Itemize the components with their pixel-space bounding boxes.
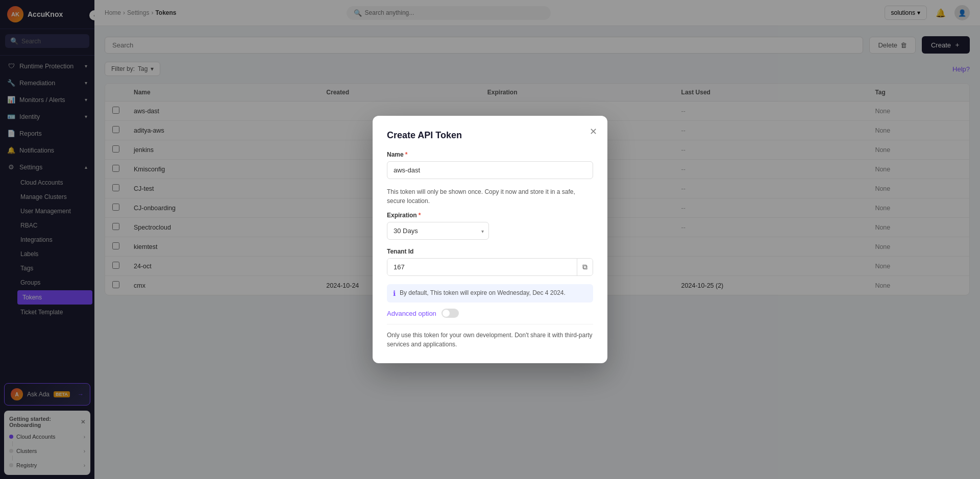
advanced-option-toggle[interactable] bbox=[442, 309, 459, 318]
tenant-id-input[interactable] bbox=[387, 259, 577, 275]
modal-title: Create API Token bbox=[387, 130, 593, 141]
info-icon: ℹ bbox=[393, 289, 396, 297]
token-name-input[interactable] bbox=[387, 161, 593, 179]
tenant-id-label: Tenant Id bbox=[387, 248, 593, 255]
expire-info-box: ℹ By default, This token will expire on … bbox=[387, 284, 593, 302]
required-asterisk: * bbox=[405, 151, 408, 158]
token-info-text: This token will only be shown once. Copy… bbox=[387, 187, 593, 206]
modal-overlay[interactable]: ✕ Create API Token Name * This token wil… bbox=[0, 0, 980, 479]
modal-close-button[interactable]: ✕ bbox=[590, 126, 597, 137]
name-form-group: Name * bbox=[387, 151, 593, 179]
name-label: Name * bbox=[387, 151, 593, 158]
expiration-select-wrapper: 30 Days 60 Days 90 Days Never ▾ bbox=[387, 222, 489, 240]
advanced-option-label[interactable]: Advanced option bbox=[387, 310, 436, 317]
expiration-label: Expiration * bbox=[387, 212, 593, 219]
expire-info-text: By default, This token will expire on We… bbox=[400, 289, 566, 296]
tenant-id-form-group: Tenant Id ⧉ bbox=[387, 248, 593, 276]
expiration-select[interactable]: 30 Days 60 Days 90 Days Never bbox=[387, 222, 489, 240]
advanced-option-row: Advanced option bbox=[387, 309, 593, 318]
create-api-token-modal: ✕ Create API Token Name * This token wil… bbox=[373, 116, 607, 363]
copy-button[interactable]: ⧉ bbox=[577, 259, 593, 275]
warning-text: Only use this token for your own develop… bbox=[387, 324, 593, 349]
expiration-form-group: Expiration * 30 Days 60 Days 90 Days Nev… bbox=[387, 212, 593, 240]
required-asterisk: * bbox=[419, 212, 421, 219]
tenant-id-field: ⧉ bbox=[387, 258, 593, 276]
